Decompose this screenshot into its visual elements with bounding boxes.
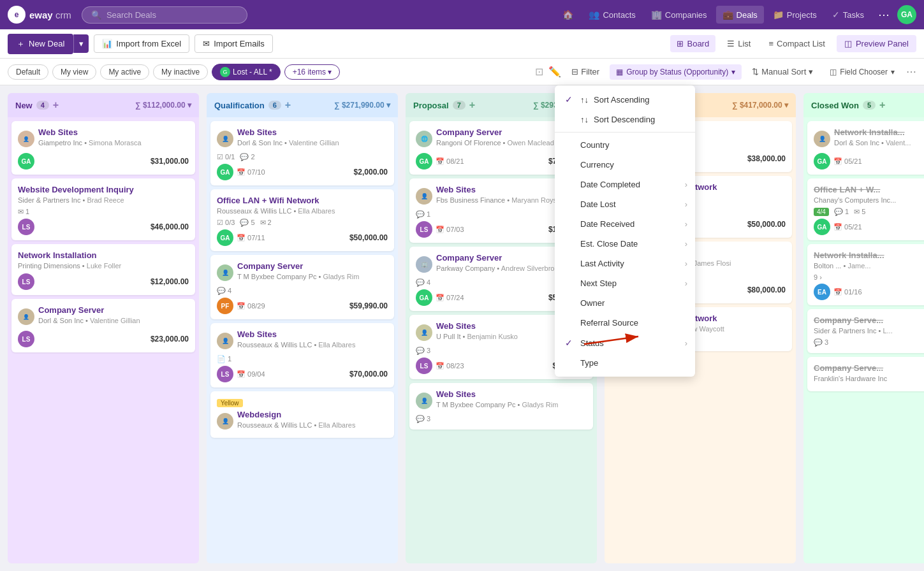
user-avatar[interactable]: GA [897, 5, 916, 24]
table-row[interactable]: 👤 Company Server T M Byxbee Company Pc •… [210, 255, 394, 319]
table-row[interactable]: 👤 Network Installa... Dorl & Son Inc • V… [807, 121, 924, 175]
col-qualification-add-button[interactable]: + [285, 99, 291, 111]
avatar: LS [18, 219, 34, 235]
sort-chevron: ▾ [809, 67, 813, 76]
referral-source-label: Referral Source [580, 318, 638, 328]
logo[interactable]: e eway crm [8, 6, 71, 24]
currency-item[interactable]: Currency [555, 155, 695, 175]
sort-ascending-item[interactable]: ✓ ↑↓ Sort Ascending [555, 89, 695, 110]
group-by-button[interactable]: ▦ Group by Status (Opportunity) ▾ [610, 64, 742, 80]
col-new-body: 👤 Web Sites Giampetro Inc • Simona Moras… [8, 117, 199, 563]
import-excel-button[interactable]: 📊 Import from Excel [94, 34, 189, 53]
col-closedwon-count: 5 [863, 101, 876, 110]
compact-list-button[interactable]: ≡ Compact List [762, 35, 831, 52]
filter-myview[interactable]: My view [52, 64, 96, 80]
nav-more-button[interactable]: ⋯ [873, 5, 895, 24]
field-chooser-button[interactable]: ◫ Field Chooser ▾ [823, 64, 901, 80]
table-row[interactable]: 👤 Web Sites Giampetro Inc • Simona Moras… [11, 121, 195, 175]
search-bar[interactable]: 🔍 [82, 6, 247, 24]
comment-icon: 💬 3 [416, 415, 430, 423]
more-options-icon[interactable]: ⋯ [906, 66, 916, 78]
list-view-button[interactable]: ☰ List [721, 35, 757, 52]
deal-sub: Dorl & Son Inc • Valentine Gillian [237, 139, 339, 147]
col-closedwon-add-button[interactable]: + [879, 99, 885, 111]
col-proposal-title: Proposal [413, 101, 449, 110]
nav-item-projects[interactable]: 📁 Projects [766, 6, 823, 24]
table-row[interactable]: 👤 Web Sites Dorl & Son Inc • Valentine G… [210, 121, 394, 185]
filter-more-items[interactable]: +16 items ▾ [284, 64, 341, 80]
filter-button[interactable]: ⊟ Filter [566, 64, 605, 79]
status-label: Status [580, 338, 604, 348]
avatar: GA [814, 219, 830, 235]
nav-item-home[interactable]: 🏠 [556, 6, 580, 24]
edit-icon[interactable]: ✏️ [548, 66, 561, 78]
col-proposal-add-button[interactable]: + [469, 99, 475, 111]
board-icon: ⊞ [677, 39, 684, 48]
table-row[interactable]: Company Serve... Sider & Partners Inc • … [807, 309, 924, 353]
manual-sort-button[interactable]: ⇅ Manual Sort ▾ [747, 64, 818, 79]
date-completed-item[interactable]: Date Completed [555, 175, 695, 194]
table-row[interactable]: Company Serve... Franklin's Hardware Inc [807, 357, 924, 391]
deal-title: Office LAN + W... [814, 185, 924, 194]
col-negotiation-sum: ∑ $417,000.00 ▾ [732, 101, 788, 110]
deal-title: Company Server [436, 127, 554, 137]
email-icon: ✉ 2 [260, 219, 272, 227]
deal-amount: $31,000.00 [150, 157, 189, 166]
date-received-item[interactable]: Date Received [555, 214, 695, 234]
deal-sub: Rousseaux & Willis LLC • Ella Albares [237, 341, 355, 349]
comment-icon: 💬 4 [416, 278, 430, 287]
table-row[interactable]: Office LAN + W... Chanay's Computers Inc… [807, 178, 924, 240]
deal-title: Web Sites [237, 127, 339, 137]
table-row[interactable]: 👤 Web Sites T M Byxbee Company Pc • Glad… [409, 383, 593, 430]
country-item[interactable]: Country [555, 135, 695, 155]
new-deal-dropdown-button[interactable]: ▾ [73, 34, 89, 53]
new-deal-button[interactable]: ＋ New Deal [8, 34, 73, 54]
status-check: ✓ [565, 338, 575, 348]
est-close-date-item[interactable]: Est. Close Date [555, 234, 695, 254]
pagination: 9 › [814, 273, 822, 281]
nav-item-companies[interactable]: 🏢 Companies [645, 6, 714, 24]
owner-item[interactable]: Owner [555, 293, 695, 313]
deal-sub: T M Byxbee Company Pc • Gladys Rim [436, 401, 558, 408]
referral-source-item[interactable]: Referral Source [555, 313, 695, 333]
avatar: GA [217, 229, 233, 246]
nav-item-contacts[interactable]: 👥 Contacts [582, 6, 642, 24]
preview-panel-button[interactable]: ◫ Preview Panel [837, 35, 916, 52]
group-by-chevron: ▾ [731, 68, 735, 76]
task-badge: 4/4 [814, 208, 829, 216]
board-view-button[interactable]: ⊞ Board [670, 35, 715, 52]
type-item[interactable]: Type [555, 353, 695, 373]
last-activity-item[interactable]: Last Activity [555, 254, 695, 273]
table-row[interactable]: Yellow 👤 Webdesign Rousseaux & Willis LL… [210, 391, 394, 438]
col-new-add-button[interactable]: + [53, 99, 59, 111]
table-row[interactable]: 👤 Company Server Dorl & Son Inc • Valent… [11, 299, 195, 352]
comment-icon: 💬 1 [416, 210, 430, 219]
filter-myactive[interactable]: My active [100, 64, 149, 80]
date-lost-item[interactable]: Date Lost [555, 194, 695, 214]
table-row[interactable]: Website Development Inquiry Sider & Part… [11, 178, 195, 240]
nav-item-deals[interactable]: 💼 Deals [716, 6, 764, 24]
table-row[interactable]: 👤 Web Sites Rousseaux & Willis LLC • Ell… [210, 323, 394, 387]
status-item[interactable]: ✓ Status [555, 333, 695, 353]
deal-title: Network Installa... [834, 127, 911, 137]
filter-default[interactable]: Default [8, 64, 48, 80]
nav-item-tasks[interactable]: ✓ Tasks [826, 6, 870, 24]
deal-title: Company Server [436, 253, 562, 263]
avatar: GA [18, 153, 34, 170]
table-row[interactable]: Network Installa... Bolton ... • Jame...… [807, 244, 924, 305]
sort-icon: ⇅ [752, 67, 759, 76]
table-row[interactable]: Network Installation Printing Dimensions… [11, 244, 195, 295]
deal-sub: Sider & Partners Inc • L... [814, 327, 924, 335]
filter-myinactive[interactable]: My inactive [153, 64, 208, 80]
search-input[interactable] [106, 10, 238, 20]
projects-icon: 📁 [773, 10, 784, 20]
card-meta: 💬 4 [217, 287, 388, 295]
table-row[interactable]: Office LAN + Wifi Network Rousseaux & Wi… [210, 189, 394, 251]
import-emails-button[interactable]: ✉ Import Emails [194, 34, 272, 53]
comment-icon: 💬 4 [217, 287, 231, 295]
filter-lost[interactable]: G Lost - ALL * [212, 64, 281, 80]
doc-icon: 📄 1 [217, 355, 231, 363]
sort-descending-item[interactable]: ↑↓ Sort Descending [555, 110, 695, 129]
next-step-item[interactable]: Next Step [555, 273, 695, 293]
deal-sub: Giampetro Inc • Simona Morasca [38, 139, 142, 147]
